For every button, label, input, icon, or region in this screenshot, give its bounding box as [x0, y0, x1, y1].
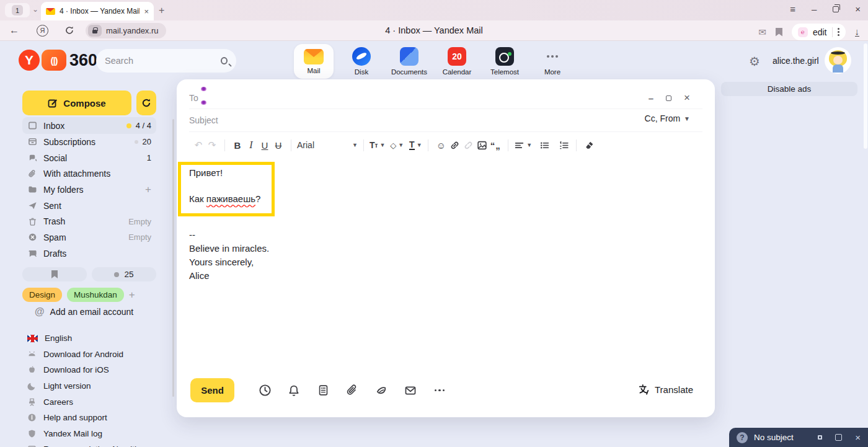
link-careers[interactable]: Careers — [22, 394, 165, 410]
new-tab-button[interactable]: + — [159, 5, 164, 16]
help-question-icon[interactable]: ? — [737, 432, 748, 443]
notify-bell-icon[interactable] — [287, 384, 301, 397]
sidebar-item-sent[interactable]: Sent — [22, 198, 156, 214]
align-button[interactable]: ▼ — [514, 138, 532, 153]
redo-button[interactable]: ↷ — [205, 138, 219, 153]
label-mushukdan[interactable]: Mushukdan — [67, 288, 124, 302]
link-help[interactable]: Help and support — [22, 410, 165, 426]
italic-button[interactable]: I — [244, 138, 258, 153]
bookmark-icon[interactable] — [776, 28, 782, 37]
quote-button[interactable]: “„ — [489, 138, 502, 153]
link-recommendation[interactable]: Recommendation Algorithms — [22, 441, 165, 447]
service-documents[interactable]: Documents — [389, 44, 429, 79]
link-mail-log[interactable]: Yandex Mail log — [22, 426, 165, 442]
template-icon[interactable] — [316, 384, 330, 397]
more-actions-icon[interactable] — [433, 384, 446, 397]
subject-input[interactable] — [189, 115, 375, 125]
misspelled-word[interactable]: паживаешь — [206, 193, 255, 204]
sidebar-item-spam[interactable]: Spam Empty — [22, 229, 156, 246]
service-calendar[interactable]: 20 Calendar — [437, 44, 477, 79]
draft-collapse-icon[interactable] — [818, 435, 822, 440]
remove-link-button[interactable] — [461, 138, 475, 153]
translate-button[interactable]: Translate — [637, 383, 693, 396]
page-scrollbar[interactable] — [864, 43, 867, 149]
browser-menu-icon[interactable]: ≡ — [790, 4, 795, 14]
empty-spam-action[interactable]: Empty — [128, 232, 151, 242]
edit-extension-button[interactable]: ℮ edit — [792, 24, 846, 40]
compose-close-icon[interactable]: × — [684, 92, 690, 104]
extension-menu-icon[interactable] — [838, 28, 839, 36]
link-download-ios[interactable]: Download for iOS — [22, 362, 165, 378]
window-close-icon[interactable]: × — [855, 4, 861, 14]
compose-minimize-icon[interactable]: – — [649, 93, 653, 104]
underline-button[interactable]: U — [258, 138, 272, 153]
strikethrough-button[interactable]: U — [272, 138, 285, 153]
attach-from-mail-icon[interactable] — [404, 384, 417, 397]
empty-trash-action[interactable]: Empty — [128, 217, 151, 226]
font-size-button[interactable]: Tт▼ — [370, 138, 385, 153]
minimized-draft-bar[interactable]: ? No subject × — [729, 428, 868, 447]
window-restore-icon[interactable] — [833, 6, 839, 12]
sidebar-item-my-folders[interactable]: My folders + — [22, 182, 156, 198]
link-download-android[interactable]: Download for Android — [22, 347, 165, 363]
subject-field[interactable] — [189, 112, 673, 129]
schedule-send-clock-icon[interactable] — [258, 384, 272, 397]
bold-button[interactable]: B — [231, 138, 244, 153]
disable-ads-button[interactable]: Disable ads — [721, 82, 857, 96]
message-body-line1[interactable]: Привет! — [189, 166, 223, 180]
add-email-account[interactable]: @ Add an email account — [35, 306, 133, 317]
message-body-line2[interactable]: Как паживаешь? — [189, 193, 260, 204]
tab-close-icon[interactable]: × — [144, 7, 149, 16]
refresh-button[interactable] — [136, 91, 156, 115]
service-telemost[interactable]: Telemost — [485, 44, 525, 79]
signature-block[interactable]: -- Believe in miracles. Yours sincerely,… — [189, 228, 269, 283]
search-input[interactable] — [105, 56, 221, 66]
account-name[interactable]: alice.the.girl — [773, 56, 819, 66]
sidebar-item-subscriptions[interactable]: Subscriptions 20 — [22, 134, 156, 150]
text-color-button[interactable]: T▼ — [409, 138, 422, 153]
yandex360-logo[interactable]: Y (|) 360 — [19, 50, 97, 71]
sidebar-item-social[interactable]: Social 1 — [22, 150, 156, 166]
sidebar-item-drafts[interactable]: Drafts — [22, 246, 156, 262]
insert-link-button[interactable] — [448, 138, 461, 153]
emoji-button[interactable]: ☺ — [434, 138, 448, 153]
attach-file-paperclip-icon[interactable] — [345, 384, 359, 397]
tab-list-chevron-icon[interactable]: ⌄ — [32, 5, 38, 14]
search-bar[interactable] — [96, 49, 236, 73]
clear-format-eraser-icon[interactable] — [582, 138, 596, 153]
service-more[interactable]: More — [533, 44, 572, 79]
undo-button[interactable]: ↶ — [192, 138, 205, 153]
draft-expand-icon[interactable] — [835, 434, 842, 441]
service-mail[interactable]: Mail — [294, 44, 334, 79]
saved-bookmarks-pill[interactable] — [22, 267, 87, 281]
label-design[interactable]: Design — [22, 288, 62, 302]
send-button[interactable]: Send — [190, 378, 234, 402]
link-language[interactable]: English — [22, 330, 165, 347]
tab-group-button[interactable]: 1 — [5, 3, 30, 17]
reminders-pill[interactable]: 25 — [92, 267, 156, 281]
downloads-icon[interactable]: ↓ — [855, 27, 860, 37]
sidebar-item-inbox[interactable]: Inbox 4 / 4 — [22, 117, 156, 134]
draft-close-icon[interactable]: × — [855, 432, 861, 443]
service-disk[interactable]: Disk — [342, 44, 381, 79]
sidebar-item-attachments[interactable]: With attachments — [22, 166, 156, 182]
bullet-list-button[interactable] — [538, 138, 551, 153]
compose-maximize-icon[interactable] — [666, 95, 671, 101]
to-field[interactable]: To — [189, 88, 198, 108]
window-minimize-icon[interactable]: – — [812, 4, 817, 14]
cc-from-toggle[interactable]: Cc, From ▼ — [645, 113, 690, 123]
highlight-color-button[interactable]: ◇▼ — [390, 138, 404, 153]
sidebar-scrollbar[interactable] — [172, 119, 174, 397]
add-label-button[interactable]: + — [129, 289, 135, 301]
settings-gear-icon[interactable]: ⚙ — [749, 54, 760, 69]
font-family-select[interactable]: Arial ▼ — [297, 140, 358, 150]
insert-image-button[interactable] — [475, 138, 489, 153]
search-icon[interactable] — [221, 57, 228, 64]
compose-button[interactable]: Compose — [22, 91, 131, 115]
avatar[interactable] — [825, 47, 851, 74]
sidebar-item-trash[interactable]: Trash Empty — [22, 213, 156, 229]
add-folder-button[interactable]: + — [145, 184, 151, 196]
attach-from-disk-icon[interactable] — [374, 384, 388, 397]
browser-tab[interactable]: 4 · Inbox — Yandex Mail × — [41, 2, 154, 20]
mail-shortcut-icon[interactable]: ✉ — [758, 27, 766, 38]
